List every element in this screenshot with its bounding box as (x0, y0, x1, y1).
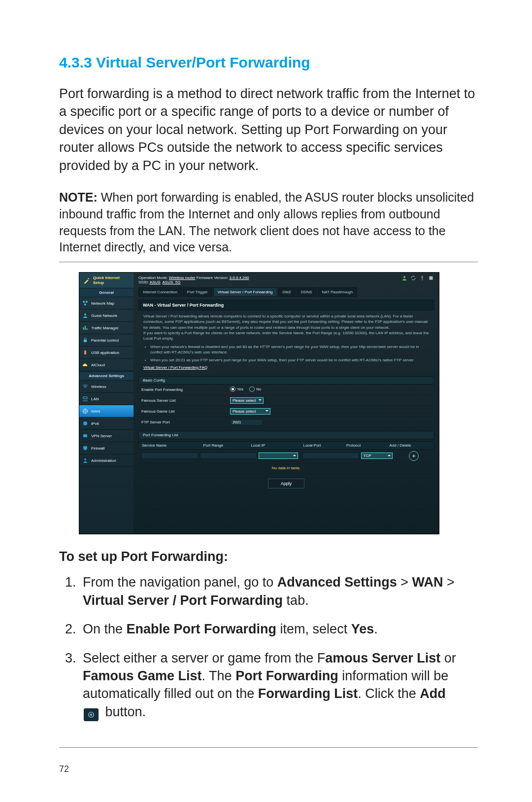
svg-point-10 (403, 276, 405, 278)
step-text: . The (202, 668, 236, 683)
nav-head-general: General (79, 288, 133, 297)
apply-button[interactable]: Apply (268, 479, 304, 488)
input-service-name[interactable] (141, 453, 198, 459)
radio-no[interactable]: No (249, 386, 261, 392)
row-famous-server-list: Famous Server List Please select (138, 395, 434, 406)
refresh-icon[interactable] (410, 275, 416, 281)
svg-rect-8 (83, 434, 87, 437)
tab-nat-passthrough[interactable]: NAT Passthrough (318, 287, 357, 297)
tab-dmz[interactable]: DMZ (278, 287, 296, 297)
usb-status-icon[interactable] (419, 275, 425, 281)
tab-virtual-server[interactable]: Virtual Server / Port Forwarding (213, 287, 277, 297)
wireless-icon (82, 384, 88, 389)
step-bold: WAN (412, 575, 443, 590)
svg-rect-4 (84, 340, 87, 342)
famous-server-select[interactable]: Please select (230, 397, 264, 404)
section-title: 4.3.3 Virtual Server/Port Forwarding (59, 54, 478, 71)
nav-firewall[interactable]: Firewall (79, 442, 133, 454)
wand-icon (83, 277, 90, 284)
nav-label: VPN Server (91, 434, 112, 438)
row-ftp-server-port: FTP Server Port (138, 417, 434, 428)
step-text: > (443, 575, 455, 590)
pf-list-head: Port Forwarding List (138, 431, 434, 439)
intro-paragraph: Port forwarding is a method to direct ne… (59, 85, 478, 174)
row-enable-port-forwarding: Enable Port Forwarding Yes No (138, 384, 434, 395)
globe-icon (82, 408, 88, 414)
nav-label: AiCloud (91, 363, 105, 367)
nav-wan[interactable]: WAN (79, 405, 133, 418)
quick-internet-setup[interactable]: Quick Internet Setup (79, 273, 133, 288)
nav-aicloud[interactable]: AiCloud (79, 359, 133, 371)
setup-subheading: To set up Port Forwarding: (59, 549, 478, 564)
disk-status-icon[interactable] (428, 275, 434, 281)
enable-pf-label: Enable Port Forwarding (141, 387, 230, 392)
faq-link[interactable]: Virtual Server / Port Forwarding FAQ (143, 365, 429, 370)
note-label: NOTE: (59, 190, 98, 204)
select-local-ip[interactable] (259, 453, 298, 459)
nav-label: IPv6 (91, 421, 99, 426)
tab-port-trigger[interactable]: Port Trigger (183, 287, 212, 297)
op-mode-link[interactable]: Wireless router (169, 276, 196, 280)
col-add-delete: Add / Delete (389, 443, 431, 448)
ssid-1[interactable]: ASUS (150, 280, 161, 284)
step-text: On the (83, 622, 127, 636)
step-bold: Virtual Server / Port Forwarding (83, 593, 283, 608)
nav-traffic-manager[interactable]: Traffic Manager (79, 322, 133, 334)
nav-network-map[interactable]: Network Map (79, 297, 133, 310)
pf-table: Service Name Port Range Local IP Local P… (138, 441, 434, 474)
pf-table-row: TCP (138, 450, 434, 463)
nav-label: Traffic Manager (91, 326, 119, 330)
select-protocol[interactable]: TCP (361, 453, 393, 459)
step-text: button. (101, 704, 146, 719)
step-bold: Forwarding List (258, 686, 358, 701)
step-text: Select either a server or game from the … (83, 651, 325, 665)
nav-usb-application[interactable]: USB application (79, 347, 133, 359)
step-2: On the Enable Port Forwarding item, sele… (80, 620, 478, 638)
ssid-label: SSID: (138, 280, 150, 284)
tab-internet-connection[interactable]: Internet Connection (138, 287, 182, 297)
famous-game-select[interactable]: Please select (230, 408, 270, 415)
ipv6-icon (82, 420, 88, 426)
user-status-icon[interactable] (401, 275, 407, 281)
nav-label: Network Map (91, 301, 114, 306)
nav-parental-control[interactable]: Parental control (79, 334, 133, 347)
nav-label: Firewall (91, 446, 105, 451)
nav-vpn-server[interactable]: VPN Server (79, 430, 133, 442)
input-local-port[interactable] (302, 453, 359, 459)
nav-ipv6[interactable]: IPv6 (79, 418, 133, 430)
router-tabs: Internet Connection Port Trigger Virtual… (138, 287, 434, 297)
ssid-2[interactable]: ASUS_5G (163, 280, 181, 284)
network-map-icon (82, 300, 88, 306)
step-text: or (440, 651, 456, 665)
nav-label: Wireless (91, 384, 106, 389)
fw-link[interactable]: 3.0.0.4.260 (230, 276, 249, 280)
lock-icon (82, 337, 88, 343)
tab-ddns[interactable]: DDNS (297, 287, 317, 297)
basic-config-head: Basic Config (138, 376, 434, 384)
nav-label: WAN (91, 409, 100, 414)
add-row-button[interactable] (409, 451, 419, 461)
input-port-range[interactable] (200, 453, 257, 459)
step-bold: Advanced Settings (277, 575, 397, 590)
step-text: . (374, 622, 378, 636)
step-text: item, select (276, 622, 351, 636)
page-number: 72 (59, 764, 69, 774)
nav-guest-network[interactable]: Guest Network (79, 310, 133, 322)
ftp-port-input[interactable] (230, 419, 263, 425)
radio-no-label: No (256, 387, 261, 391)
nav-administration[interactable]: Administration (79, 454, 133, 467)
svg-point-3 (84, 314, 86, 315)
col-port-range: Port Range (203, 443, 249, 448)
nav-wireless[interactable]: Wireless (79, 381, 133, 393)
nav-head-advanced: Advanced Settings (79, 371, 133, 381)
svg-rect-1 (86, 301, 88, 303)
radio-yes[interactable]: Yes (230, 386, 243, 392)
col-service-name: Service Name (142, 443, 201, 448)
nav-lan[interactable]: LAN (79, 393, 133, 405)
page: 4.3.3 Virtual Server/Port Forwarding Por… (0, 0, 532, 802)
col-local-ip: Local IP (251, 443, 301, 448)
vpn-icon (82, 433, 88, 439)
note-paragraph: NOTE: When port forwarding is enabled, t… (59, 189, 478, 256)
cloud-icon (82, 362, 88, 368)
step-bold: Yes (351, 622, 374, 636)
